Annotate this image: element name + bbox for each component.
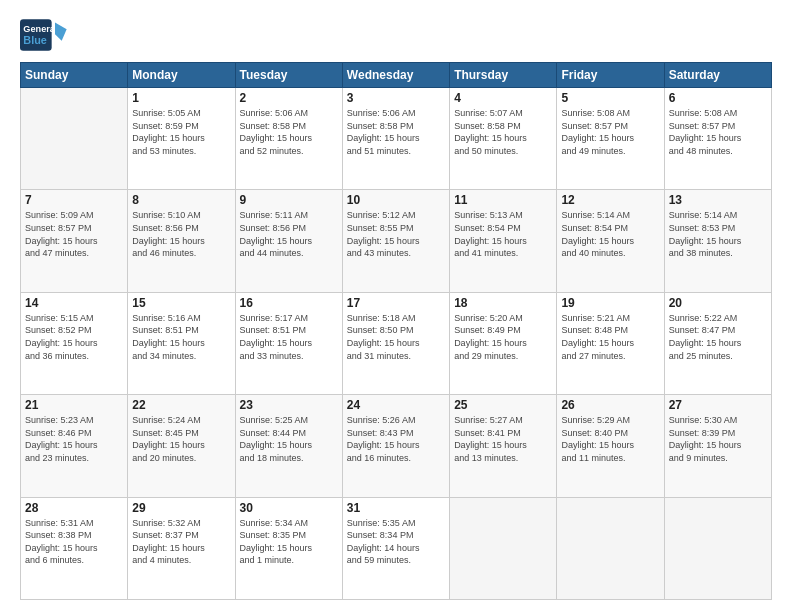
cell-text: Sunrise: 5:07 AM [454, 107, 552, 120]
calendar-header-thursday: Thursday [450, 63, 557, 88]
calendar-cell [21, 88, 128, 190]
cell-text: Daylight: 15 hours [347, 235, 445, 248]
day-number: 13 [669, 193, 767, 207]
day-number: 10 [347, 193, 445, 207]
cell-text: Daylight: 15 hours [240, 542, 338, 555]
cell-text: Sunrise: 5:24 AM [132, 414, 230, 427]
cell-text: and 49 minutes. [561, 145, 659, 158]
calendar-cell: 23Sunrise: 5:25 AMSunset: 8:44 PMDayligh… [235, 395, 342, 497]
cell-text: Sunset: 8:38 PM [25, 529, 123, 542]
calendar-cell: 22Sunrise: 5:24 AMSunset: 8:45 PMDayligh… [128, 395, 235, 497]
cell-text: Sunset: 8:46 PM [25, 427, 123, 440]
calendar-cell: 21Sunrise: 5:23 AMSunset: 8:46 PMDayligh… [21, 395, 128, 497]
cell-text: and 50 minutes. [454, 145, 552, 158]
day-number: 26 [561, 398, 659, 412]
cell-text: and 31 minutes. [347, 350, 445, 363]
cell-text: and 48 minutes. [669, 145, 767, 158]
day-number: 17 [347, 296, 445, 310]
cell-text: Sunrise: 5:16 AM [132, 312, 230, 325]
cell-text: Sunrise: 5:14 AM [561, 209, 659, 222]
cell-text: Daylight: 15 hours [454, 132, 552, 145]
cell-text: and 13 minutes. [454, 452, 552, 465]
calendar-table: SundayMondayTuesdayWednesdayThursdayFrid… [20, 62, 772, 600]
cell-text: and 59 minutes. [347, 554, 445, 567]
cell-text: Sunrise: 5:23 AM [25, 414, 123, 427]
day-number: 8 [132, 193, 230, 207]
cell-text: Sunset: 8:52 PM [25, 324, 123, 337]
cell-text: and 41 minutes. [454, 247, 552, 260]
calendar-header-monday: Monday [128, 63, 235, 88]
calendar-header-tuesday: Tuesday [235, 63, 342, 88]
calendar-cell: 8Sunrise: 5:10 AMSunset: 8:56 PMDaylight… [128, 190, 235, 292]
calendar-cell: 4Sunrise: 5:07 AMSunset: 8:58 PMDaylight… [450, 88, 557, 190]
cell-text: Sunrise: 5:06 AM [347, 107, 445, 120]
calendar-cell: 5Sunrise: 5:08 AMSunset: 8:57 PMDaylight… [557, 88, 664, 190]
cell-text: Daylight: 15 hours [669, 337, 767, 350]
cell-text: Sunset: 8:55 PM [347, 222, 445, 235]
calendar-cell: 28Sunrise: 5:31 AMSunset: 8:38 PMDayligh… [21, 497, 128, 599]
cell-text: and 34 minutes. [132, 350, 230, 363]
cell-text: and 46 minutes. [132, 247, 230, 260]
day-number: 21 [25, 398, 123, 412]
calendar-header-saturday: Saturday [664, 63, 771, 88]
calendar-week-5: 28Sunrise: 5:31 AMSunset: 8:38 PMDayligh… [21, 497, 772, 599]
calendar-cell: 20Sunrise: 5:22 AMSunset: 8:47 PMDayligh… [664, 292, 771, 394]
day-number: 22 [132, 398, 230, 412]
cell-text: Daylight: 15 hours [132, 439, 230, 452]
cell-text: Sunrise: 5:20 AM [454, 312, 552, 325]
calendar-cell: 7Sunrise: 5:09 AMSunset: 8:57 PMDaylight… [21, 190, 128, 292]
cell-text: Sunrise: 5:06 AM [240, 107, 338, 120]
cell-text: Sunset: 8:58 PM [454, 120, 552, 133]
svg-text:General: General [23, 25, 57, 35]
calendar-cell: 26Sunrise: 5:29 AMSunset: 8:40 PMDayligh… [557, 395, 664, 497]
calendar-week-1: 1Sunrise: 5:05 AMSunset: 8:59 PMDaylight… [21, 88, 772, 190]
cell-text: and 18 minutes. [240, 452, 338, 465]
cell-text: Sunrise: 5:30 AM [669, 414, 767, 427]
day-number: 28 [25, 501, 123, 515]
cell-text: Daylight: 15 hours [347, 337, 445, 350]
cell-text: Daylight: 15 hours [132, 542, 230, 555]
cell-text: Sunset: 8:48 PM [561, 324, 659, 337]
calendar-cell: 3Sunrise: 5:06 AMSunset: 8:58 PMDaylight… [342, 88, 449, 190]
day-number: 2 [240, 91, 338, 105]
cell-text: and 40 minutes. [561, 247, 659, 260]
day-number: 24 [347, 398, 445, 412]
cell-text: Sunrise: 5:08 AM [561, 107, 659, 120]
day-number: 31 [347, 501, 445, 515]
calendar-cell: 30Sunrise: 5:34 AMSunset: 8:35 PMDayligh… [235, 497, 342, 599]
logo-svg: General Blue [20, 16, 70, 54]
cell-text: Daylight: 15 hours [347, 132, 445, 145]
cell-text: Sunset: 8:58 PM [240, 120, 338, 133]
cell-text: and 29 minutes. [454, 350, 552, 363]
cell-text: Sunrise: 5:11 AM [240, 209, 338, 222]
cell-text: and 4 minutes. [132, 554, 230, 567]
cell-text: Sunrise: 5:29 AM [561, 414, 659, 427]
cell-text: Sunset: 8:56 PM [132, 222, 230, 235]
cell-text: Daylight: 15 hours [669, 132, 767, 145]
logo: General Blue [20, 16, 70, 54]
cell-text: Sunset: 8:57 PM [561, 120, 659, 133]
calendar-cell: 18Sunrise: 5:20 AMSunset: 8:49 PMDayligh… [450, 292, 557, 394]
cell-text: Sunrise: 5:21 AM [561, 312, 659, 325]
cell-text: Sunrise: 5:31 AM [25, 517, 123, 530]
cell-text: Sunset: 8:35 PM [240, 529, 338, 542]
cell-text: Sunset: 8:47 PM [669, 324, 767, 337]
cell-text: Sunset: 8:51 PM [132, 324, 230, 337]
cell-text: and 25 minutes. [669, 350, 767, 363]
cell-text: Sunset: 8:51 PM [240, 324, 338, 337]
cell-text: and 52 minutes. [240, 145, 338, 158]
cell-text: and 36 minutes. [25, 350, 123, 363]
cell-text: Daylight: 15 hours [561, 235, 659, 248]
svg-marker-3 [55, 23, 67, 41]
cell-text: Sunset: 8:40 PM [561, 427, 659, 440]
cell-text: Daylight: 15 hours [240, 235, 338, 248]
cell-text: Sunset: 8:53 PM [669, 222, 767, 235]
cell-text: Daylight: 15 hours [454, 439, 552, 452]
cell-text: Sunset: 8:39 PM [669, 427, 767, 440]
cell-text: and 33 minutes. [240, 350, 338, 363]
calendar-cell: 17Sunrise: 5:18 AMSunset: 8:50 PMDayligh… [342, 292, 449, 394]
cell-text: Daylight: 15 hours [240, 439, 338, 452]
day-number: 18 [454, 296, 552, 310]
cell-text: Sunrise: 5:34 AM [240, 517, 338, 530]
cell-text: Daylight: 14 hours [347, 542, 445, 555]
